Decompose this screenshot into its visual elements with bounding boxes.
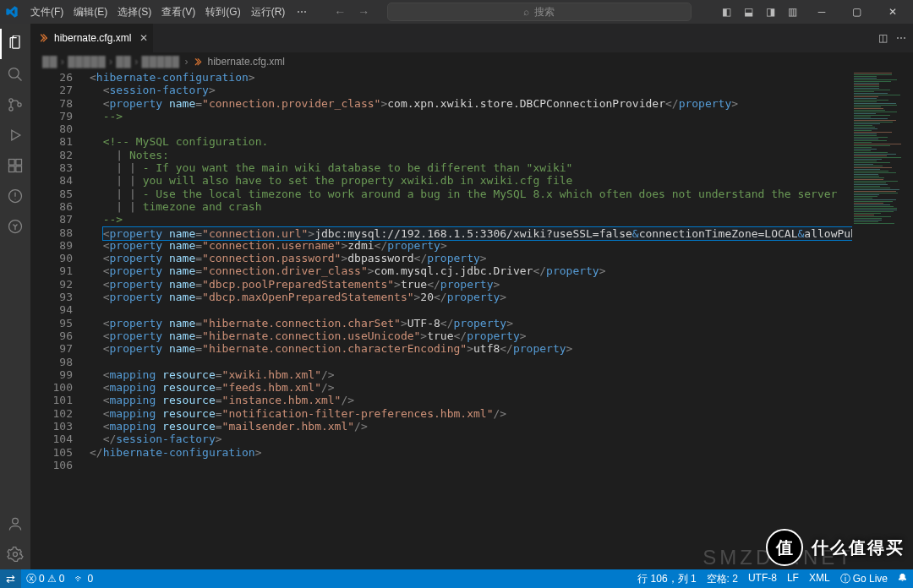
code-line[interactable]: <property name="hibernate.connection.use… bbox=[90, 329, 852, 342]
svg-point-1 bbox=[9, 99, 13, 102]
window-close-icon[interactable]: ✕ bbox=[876, 0, 910, 24]
line-number: 88 bbox=[30, 226, 73, 239]
remote-activity-icon[interactable] bbox=[0, 211, 30, 242]
code-line[interactable]: | | - If you want the main wiki database… bbox=[90, 161, 852, 174]
scrollbar-vertical[interactable] bbox=[903, 71, 913, 569]
line-number: 99 bbox=[30, 368, 73, 381]
tab-hibernate-cfg[interactable]: ⨠ hibernate.cfg.xml ✕ bbox=[30, 24, 154, 52]
code-line[interactable] bbox=[90, 303, 852, 316]
warning-activity-icon[interactable] bbox=[0, 181, 30, 211]
svg-rect-5 bbox=[16, 160, 22, 166]
line-number: 93 bbox=[30, 291, 73, 303]
code-line[interactable]: <mapping resource="feeds.hbm.xml"/> bbox=[90, 381, 852, 394]
code-line[interactable]: <mapping resource="instance.hbm.xml"/> bbox=[90, 394, 852, 406]
menu-item[interactable]: 文件(F) bbox=[25, 3, 68, 20]
breadcrumbs[interactable]: ██ › █████ › ██ › █████ › ⨠ hibernate.cf… bbox=[30, 52, 913, 71]
page-watermark: 值 什么值得买 bbox=[766, 529, 905, 566]
line-number-gutter[interactable]: 2627787980818283848586878889909192939495… bbox=[30, 71, 90, 569]
line-number: 92 bbox=[30, 278, 73, 291]
explorer-icon[interactable] bbox=[0, 29, 30, 59]
editor-group: ⨠ hibernate.cfg.xml ✕ ◫ ⋯ ██ › █████ › █… bbox=[30, 24, 913, 569]
command-center-search[interactable]: ⌕ 搜索 bbox=[387, 3, 692, 21]
layout-right-icon[interactable]: ◨ bbox=[761, 3, 781, 21]
menu-item[interactable]: 查看(V) bbox=[156, 3, 200, 20]
code-line[interactable]: | | - Use the local timezone to work aro… bbox=[90, 188, 852, 200]
code-line[interactable]: <property name="connection.provider_clas… bbox=[90, 97, 852, 110]
code-line[interactable]: <property name="hibernate.connection.cha… bbox=[90, 317, 852, 329]
menu-item[interactable]: 转到(G) bbox=[200, 3, 245, 20]
window-minimize-icon[interactable]: ─ bbox=[805, 0, 839, 24]
code-line[interactable]: <mapping resource="notification-filter-p… bbox=[90, 407, 852, 420]
menu-bar: 文件(F)编辑(E)选择(S)查看(V)转到(G)运行(R) ⋯ ← → ⌕ 搜… bbox=[0, 0, 913, 24]
bell-icon: 🔔︎ bbox=[898, 572, 908, 584]
svg-point-2 bbox=[9, 107, 13, 111]
layout-bottom-icon[interactable]: ⬓ bbox=[739, 3, 759, 21]
line-number: 86 bbox=[30, 200, 73, 213]
line-number: 103 bbox=[30, 420, 73, 433]
more-actions-icon[interactable]: ⋯ bbox=[896, 32, 906, 44]
code-line[interactable]: <mapping resource="xwiki.hbm.xml"/> bbox=[90, 368, 852, 381]
code-line[interactable]: <property name="dbcp.poolPreparedStateme… bbox=[90, 278, 852, 291]
code-line[interactable]: <!-- MySQL configuration. bbox=[90, 135, 852, 148]
status-ports[interactable]: ᯤ0 bbox=[69, 569, 98, 588]
split-editor-icon[interactable]: ◫ bbox=[878, 32, 888, 44]
nav-forward-icon[interactable]: → bbox=[354, 5, 373, 19]
code-line[interactable]: --> bbox=[90, 213, 852, 226]
code-line[interactable]: <hibernate-configuration> bbox=[90, 71, 852, 84]
code-line[interactable]: | | you will also have to set the proper… bbox=[90, 174, 852, 187]
code-line[interactable] bbox=[90, 122, 852, 135]
warning-icon: ⚠ bbox=[47, 573, 57, 585]
minimap[interactable] bbox=[852, 71, 903, 569]
xml-file-icon: ⨠ bbox=[39, 32, 49, 44]
line-number: 27 bbox=[30, 84, 73, 96]
code-line[interactable]: | | timezone and crash bbox=[90, 200, 852, 213]
line-number: 80 bbox=[30, 122, 73, 135]
code-line[interactable]: <property name="connection.url">jdbc:mys… bbox=[90, 226, 852, 239]
code-line[interactable] bbox=[90, 459, 852, 471]
window-maximize-icon[interactable]: ▢ bbox=[840, 0, 874, 24]
code-line[interactable]: <property name="connection.driver_class"… bbox=[90, 264, 852, 277]
nav-back-icon[interactable]: ← bbox=[331, 5, 349, 19]
antenna-icon: ᯤ bbox=[74, 573, 85, 585]
code-line[interactable]: <property name="connection.password">dbp… bbox=[90, 252, 852, 264]
status-golive[interactable]: ⓘGo Live bbox=[835, 572, 893, 586]
code-line[interactable]: <property name="connection.username">zdm… bbox=[90, 239, 852, 252]
status-eol[interactable]: LF bbox=[782, 572, 804, 584]
extensions-icon[interactable] bbox=[0, 150, 30, 181]
status-language[interactable]: XML bbox=[804, 572, 835, 584]
status-notifications[interactable]: 🔔︎ bbox=[893, 572, 913, 584]
code-line[interactable]: </session-factory> bbox=[90, 433, 852, 445]
code-line[interactable]: <property name="dbcp.maxOpenPreparedStat… bbox=[90, 291, 852, 303]
code-line[interactable]: <property name="hibernate.connection.cha… bbox=[90, 342, 852, 355]
source-control-icon[interactable] bbox=[0, 90, 30, 120]
code-line[interactable]: <mapping resource="mailsender.hbm.xml"/> bbox=[90, 420, 852, 433]
code-line[interactable]: <session-factory> bbox=[90, 84, 852, 96]
line-number: 100 bbox=[30, 381, 73, 394]
accounts-icon[interactable] bbox=[0, 509, 30, 539]
layout-custom-icon[interactable]: ▥ bbox=[783, 3, 803, 21]
tab-close-icon[interactable]: ✕ bbox=[139, 32, 148, 44]
menu-overflow-icon[interactable]: ⋯ bbox=[292, 6, 312, 18]
layout-left-icon[interactable]: ◧ bbox=[717, 3, 737, 21]
menu-item[interactable]: 编辑(E) bbox=[68, 3, 112, 20]
code-line[interactable]: | Notes: bbox=[90, 149, 852, 161]
search-activity-icon[interactable] bbox=[0, 59, 30, 90]
search-placeholder: 搜索 bbox=[534, 5, 555, 19]
line-number: 102 bbox=[30, 407, 73, 420]
tab-bar: ⨠ hibernate.cfg.xml ✕ ◫ ⋯ bbox=[30, 24, 913, 52]
code-editor[interactable]: <hibernate-configuration> <session-facto… bbox=[90, 71, 852, 569]
code-line[interactable] bbox=[90, 356, 852, 368]
status-problems[interactable]: ⓧ0 ⚠0 bbox=[21, 569, 69, 588]
status-encoding[interactable]: UTF-8 bbox=[743, 572, 782, 584]
status-bar: ⇄ ⓧ0 ⚠0 ᯤ0 行 106，列 1 空格: 2 UTF-8 LF XML … bbox=[0, 569, 913, 588]
run-debug-icon[interactable] bbox=[0, 120, 30, 150]
status-cursor[interactable]: 行 106，列 1 bbox=[632, 572, 701, 586]
code-line[interactable]: --> bbox=[90, 110, 852, 122]
remote-indicator[interactable]: ⇄ bbox=[0, 569, 21, 588]
menu-item[interactable]: 选择(S) bbox=[112, 3, 156, 20]
settings-gear-icon[interactable] bbox=[0, 539, 30, 569]
menu-item[interactable]: 运行(R) bbox=[246, 3, 291, 20]
watermark-badge: 值 bbox=[766, 529, 803, 566]
status-indent[interactable]: 空格: 2 bbox=[702, 572, 743, 586]
code-line[interactable]: </hibernate-configuration> bbox=[90, 446, 852, 459]
